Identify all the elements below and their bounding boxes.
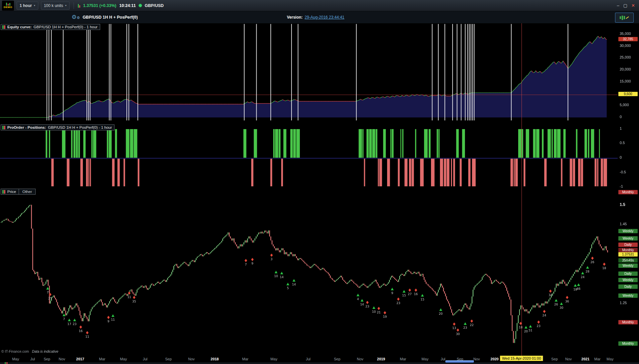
indicator-icon (2, 25, 5, 29)
time-axis-month-label: Nov (565, 357, 572, 361)
copyright-notice: © IT-Finance.com Data is indicative (1, 349, 58, 353)
symbol-label: GBP/USD (145, 3, 164, 8)
bar-icon (620, 16, 621, 19)
time-axis-month-label: Nov (188, 357, 195, 361)
equity-panel-label[interactable]: Equity curve: GBP/USD 1H H + PosPerf(0) … (1, 24, 100, 30)
crosshair-vertical-line (522, 23, 522, 356)
mini-candle-icon (78, 4, 80, 8)
demo-logo: DEMO (2, 1, 14, 11)
trading-app-window: DEMO 1 hour ▾ 100 k units ▾ 1.37531 (+0.… (0, 0, 639, 364)
time-axis-month-label: Mar (242, 357, 249, 361)
time-axis-month-label: May (120, 357, 127, 361)
crosshair-date-badge: Wed 15-Apr-2020 01:00 (500, 356, 543, 361)
chevron-down-icon: ▾ (34, 4, 35, 7)
positions-label: ProOrder - Positions: (7, 125, 46, 129)
time-axis-month-label: Mar (400, 357, 406, 361)
trend-line-icon (626, 16, 629, 19)
candlestick-logo-icon (6, 3, 10, 6)
price-chart-canvas[interactable] (0, 188, 618, 356)
demo-label: DEMO (4, 6, 12, 9)
equity-label: Equity curve: (7, 25, 32, 29)
timeframe-value: 1 hour (20, 3, 32, 8)
market-open-indicator (138, 4, 142, 7)
clock-time: 10:24:11 (119, 3, 135, 8)
minimize-button[interactable]: – (617, 3, 619, 8)
quote-block: 1.37531 (+0.33%) 10:24:11 (78, 3, 136, 8)
time-axis-month-label: Nov (357, 357, 363, 361)
time-axis-month-label: Sep (165, 357, 172, 361)
time-axis-month-label: Mar (594, 357, 601, 361)
strategy-toolbar: ⚙⚙ GBP/USD 1H H + PosPerf(0) Version: 29… (0, 11, 639, 24)
indicator-icon (2, 126, 5, 129)
close-button[interactable]: ✕ (631, 3, 635, 8)
equity-chart-canvas[interactable] (0, 23, 618, 124)
bottom-panel-icon (5, 362, 8, 364)
maximize-button[interactable]: ▢ (623, 3, 627, 8)
chart-style-button[interactable] (615, 13, 634, 23)
time-axis-year-label: 2020 (491, 357, 499, 361)
tab-price-label: Price (7, 190, 16, 194)
positions-panel-label[interactable]: ProOrder - Positions: GBP/USD 1H H + Pos… (1, 124, 114, 130)
gear-icon[interactable]: ⚙⚙ (72, 14, 80, 21)
tab-other-label: Other (22, 190, 32, 194)
chevron-down-icon: ▾ (65, 4, 67, 7)
time-axis-year-label: 2017 (76, 357, 84, 361)
units-value: 100 k units (44, 3, 63, 8)
strategy-title: GBP/USD 1H H + PosPerf(0) (83, 15, 138, 20)
main-toolbar: DEMO 1 hour ▾ 100 k units ▾ 1.37531 (+0.… (0, 0, 639, 11)
version-label: Version: (287, 15, 303, 20)
horizontal-scrollbar-thumb[interactable] (445, 360, 474, 363)
timeframe-dropdown[interactable]: 1 hour ▾ (17, 2, 38, 10)
time-axis-month-label: May (12, 357, 19, 361)
time-axis-month-label: Sep (551, 357, 558, 361)
time-axis-month-label: Jul (306, 357, 311, 361)
time-axis-month-label: Sep (334, 357, 340, 361)
version-link[interactable]: 29-Aug-2016 23:44:41 (305, 15, 344, 20)
equity-curve-panel: Equity curve: GBP/USD 1H H + PosPerf(0) … (0, 23, 639, 124)
time-axis-month-label: Jul (143, 357, 147, 361)
time-axis-year-label: 2019 (377, 357, 385, 361)
bar-icon (624, 16, 625, 19)
time-axis-month-label: May (271, 357, 278, 361)
time-axis-month-label: Jul (441, 357, 445, 361)
tab-other[interactable]: Other (19, 189, 36, 195)
units-dropdown[interactable]: 100 k units ▾ (41, 2, 70, 10)
bar-icon (622, 16, 623, 20)
time-axis-month-label: Nov (473, 357, 480, 361)
time-axis-year-label: 2018 (211, 357, 219, 361)
time-axis-month-label: May (422, 357, 429, 361)
bottom-strip (0, 362, 639, 364)
tab-price[interactable]: Price (1, 189, 19, 195)
positions-sublabel: GBP/USD 1H H + PosPerf(0) - 1 hour (48, 125, 112, 129)
indicative-text: Data is indicative (32, 349, 58, 353)
price-panel: Price Other (0, 188, 639, 356)
toolbar-separator (74, 2, 74, 9)
positions-panel: ProOrder - Positions: GBP/USD 1H H + Pos… (0, 124, 639, 188)
time-axis-month-label: May (607, 357, 614, 361)
time-axis-month-label: Mar (99, 357, 106, 361)
equity-sublabel: GBP/USD 1H H + PosPerf(0) - 1 hour (34, 25, 98, 29)
positions-chart-canvas[interactable] (0, 124, 618, 188)
window-controls: – ▢ ✕ (617, 3, 637, 8)
last-price: 1.37531 (+0.33%) (83, 3, 116, 8)
time-axis[interactable]: MayJulSepNov2017MarMayJulSepNov2018MarMa… (0, 356, 639, 362)
copyright-text: © IT-Finance.com (1, 349, 29, 353)
time-axis-month-label: Nov (59, 357, 65, 361)
time-axis-year-label: 2021 (581, 357, 589, 361)
time-axis-month-label: Jul (30, 357, 35, 361)
candle-icon (2, 190, 5, 194)
time-axis-month-label: Sep (44, 357, 50, 361)
